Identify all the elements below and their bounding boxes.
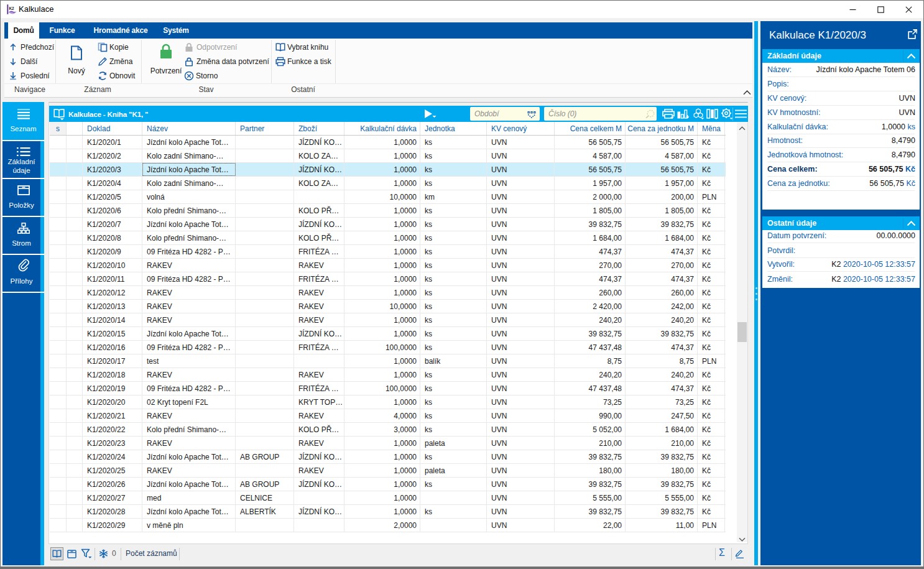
svg-text:K2: K2 (9, 6, 14, 11)
